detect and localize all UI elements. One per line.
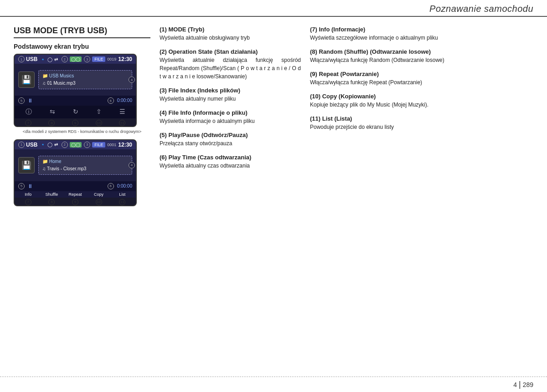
right-column: (7) Info (Informacje) Wyświetla szczegół… [310,26,533,208]
screen1-circle-numbers: 7 8 9 10 11 [15,118,136,126]
transfer-icon: ⇄ [54,57,58,62]
desc-block-right-9: (9) Repeat (Powtarzanie) Włącza/wyłącza … [310,71,533,87]
desc-title-right-9: (9) Repeat (Powtarzanie) [310,71,533,77]
screen2-file: ♫ Travis - Closer.mp3 [42,165,128,173]
num1-top: 1 [18,56,25,62]
label-info[interactable]: Info [16,192,40,197]
num1-top2: 1 [18,142,25,148]
desc-title-right-7: (7) Info (Informacje) [310,26,533,33]
file-badge2: FILE [92,142,105,148]
desc-block-4: (4) File Info (Informacje o pliku) Wyświ… [160,109,301,125]
desc-block-right-8: (8) Random (Shuffle) (Odtwarzanie losowe… [310,48,533,64]
desc-block-2: (2) Operation State (Stan działania) Wyś… [160,48,301,81]
desc-block-right-10: (10) Copy (Kopiowanie) Kopiuje bieżący p… [310,93,533,109]
desc-text-right-8: Włącza/wyłącza funkcję Random (Odtwarzan… [310,56,533,64]
circ10: 10 [96,120,102,126]
time-display2: 6 0:00:00 [108,183,132,189]
desc-text-2: Wyświetla aktualnie działająca funkcję s… [160,56,301,81]
list-icon1[interactable]: ☰ [119,108,125,116]
num3-top2: 3 [84,142,90,148]
file-number2: 0001 [107,143,116,147]
screen1-main: 💾 📁 USB Musics ♫ 01 Music.mp3 4 [15,64,136,96]
screen2-topbar: 1 USB 🔹 ◯ ⇄ 2 ◯◯ 3 FILE 0001 12:30 [15,140,136,149]
footer: 4 | 289 [0,377,547,392]
desc-text-3: Wyświetla aktualny numer pliku [160,95,301,103]
screen2-track-info: 📁 Home ♫ Travis - Closer.mp3 [38,156,132,175]
desc-title-3: (3) File Index (Indeks plików) [160,87,301,94]
screen2-icons: 🔹 ◯ ⇄ 2 ◯◯ [40,142,82,148]
label-shuffle[interactable]: Shuffle [40,192,64,197]
desc-block-right-7: (7) Info (Informacje) Wyświetla szczegół… [310,26,533,42]
screen1-controls: 5 ⏸ 6 0:00:00 [15,96,136,106]
num5-2: 5 [18,183,25,189]
screen2-time: 12:30 [118,142,132,148]
subsection-title: Podstawowy ekran trybu [14,43,150,50]
play-pause-btn2[interactable]: ⏸ [27,183,33,189]
file-badge1: FILE [92,56,105,62]
description-list-right: (7) Info (Informacje) Wyświetla szczegół… [310,26,533,131]
screen1-usb-label: USB [26,56,37,62]
screen-2: 1 USB 🔹 ◯ ⇄ 2 ◯◯ 3 FILE 0001 12:30 [14,139,137,206]
circ7: 7 [25,120,31,126]
header-title: Poznawanie samochodu [429,4,533,14]
desc-text-4: Wyświetla informacje o aktualnym pliku [160,117,301,125]
screen1-file: ♫ 01 Music.mp3 [42,80,128,87]
desc-text-right-10: Kopiuje bieżący plik do My Music (Mojej … [310,101,533,109]
desc-text-right-11: Powoduje przejście do ekranu listy [310,123,533,131]
desc-text-right-9: Włącza/wyłącza funkcję Repeat (Powtarzan… [310,78,533,87]
circ7-2: 7 [25,199,31,205]
desc-title-2: (2) Operation State (Stan działania) [160,48,301,55]
circ8: 8 [48,120,55,126]
usb-icon2: 💾 [18,157,35,173]
label-copy[interactable]: Copy [87,192,111,197]
num4-2: 4 [129,162,135,168]
dot-icon: ◯ [47,57,52,62]
info-icon1[interactable]: ⓘ [26,108,32,116]
label-repeat[interactable]: Repeat [63,192,87,197]
screen2-main: 💾 📁 Home ♫ Travis - Closer.mp3 4 [15,149,136,181]
screen1-folder: 📁 USB Musics [42,72,128,80]
label-list[interactable]: List [110,192,134,197]
usb-icon1: 💾 [18,71,35,88]
screen2-bottom-labels: Info Shuffle Repeat Copy List [15,191,136,198]
desc-text-6: Wyświetla aktualny czas odtwarzania [160,162,301,170]
desc-title-5: (5) Play/Pause (Odtwórz/Pauza) [160,132,301,138]
header: Poznawanie samochodu [0,0,547,17]
page-number: 289 [523,381,533,388]
num6-2: 6 [108,183,114,189]
play-pause-btn1[interactable]: ⏸ [27,97,33,104]
description-list-mid: (1) MODE (Tryb) Wyświetla aktualnie obsł… [160,26,301,170]
status-badge: ◯◯ [70,56,82,62]
circ10-2: 10 [96,199,102,205]
middle-column: (1) MODE (Tryb) Wyświetla aktualnie obsł… [160,26,301,208]
desc-title-right-10: (10) Copy (Kopiowanie) [310,93,533,100]
circ8-2: 8 [48,199,55,205]
screen2-circle-numbers: 7 8 9 10 11 [15,198,136,205]
screen2-usb-label: USB [26,142,37,148]
screen1-caption: <dla modeli z systemem RDS - komunikatów… [14,129,150,135]
circ9: 9 [72,120,78,126]
screen2-controls: 5 ⏸ 6 0:00:00 [15,181,136,191]
desc-block-1: (1) MODE (Tryb) Wyświetla aktualnie obsł… [160,26,301,42]
desc-title-1: (1) MODE (Tryb) [160,26,301,33]
bluetooth-icon: 🔹 [40,57,46,62]
screen1-track-info: 📁 USB Musics ♫ 01 Music.mp3 [38,70,132,89]
section-title: USB MODE (TRYB USB) [14,26,150,38]
num2-top2: 2 [62,142,68,148]
file-number1: 0019 [107,57,116,61]
desc-block-3: (3) File Index (Indeks plików) Wyświetla… [160,87,301,103]
desc-block-right-11: (11) List (Lista) Powoduje przejście do … [310,115,533,131]
desc-title-6: (6) Play Time (Czas odtwarzania) [160,154,301,161]
desc-text-1: Wyświetla aktualnie obsługiwany tryb [160,34,301,42]
desc-title-4: (4) File Info (Informacje o pliku) [160,109,301,116]
num5: 5 [18,97,25,104]
left-column: USB MODE (TRYB USB) Podstawowy ekran try… [14,26,150,208]
dot-icon2: ◯ [47,142,52,147]
desc-title-right-11: (11) List (Lista) [310,115,533,122]
time-display1: 6 0:00:00 [108,97,132,104]
desc-block-5: (5) Play/Pause (Odtwórz/Pauza) Przełącza… [160,132,301,148]
copy-icon1[interactable]: ⇧ [96,108,102,116]
screen1-icons: 🔹 ◯ ⇄ 2 ◯◯ [40,56,82,62]
repeat-icon1[interactable]: ↻ [73,108,78,116]
shuffle-icon1[interactable]: ⇆ [50,108,55,116]
